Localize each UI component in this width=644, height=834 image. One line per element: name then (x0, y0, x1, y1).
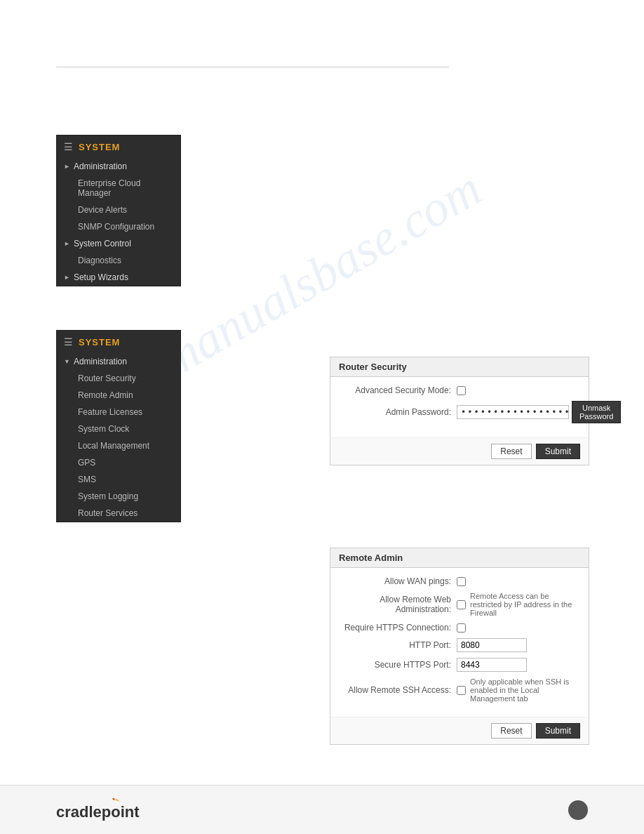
sidebar-item-device-alerts-label: Device Alerts (78, 205, 127, 215)
cradlepoint-logo-svg: cradlepoint (56, 796, 168, 824)
require-https-label: Require HTTPS Connection: (339, 623, 451, 633)
router-security-title: Router Security (330, 357, 589, 377)
password-input-group: •••••••••••••••••••• Unmask Password (457, 401, 621, 423)
allow-ssh-checkbox[interactable] (457, 686, 466, 695)
sidebar-item-system-control-label: System Control (74, 239, 131, 249)
watermark: manualsbase.com (150, 159, 492, 390)
remote-admin-submit-button[interactable]: Submit (536, 723, 580, 739)
footer-circle (568, 800, 588, 820)
sidebar-item-administration-2-label: Administration (74, 357, 127, 366)
remote-admin-panel: Remote Admin Allow WAN pings: Allow Remo… (330, 548, 589, 745)
sidebar-item-router-security-label: Router Security (78, 373, 136, 383)
svg-text:cradlepoint: cradlepoint (56, 803, 140, 821)
sidebar-item-local-management-label: Local Management (78, 441, 149, 451)
sidebar-item-snmp-label: SNMP Configuration (78, 222, 154, 232)
http-port-row: HTTP Port: (339, 638, 580, 652)
allow-wan-pings-row: Allow WAN pings: (339, 576, 580, 586)
admin-password-dots: •••••••••••••••••••• (457, 405, 569, 419)
sidebar-item-system-clock-label: System Clock (78, 424, 129, 434)
sidebar-item-setup-wizards[interactable]: ► Setup Wizards (57, 269, 180, 286)
https-port-row: Secure HTTPS Port: (339, 658, 580, 672)
sidebar-item-diagnostics-label: Diagnostics (78, 256, 121, 265)
router-security-panel: Router Security Advanced Security Mode: … (330, 357, 589, 465)
allow-remote-web-checkbox[interactable] (457, 600, 466, 609)
remote-admin-reset-button[interactable]: Reset (491, 723, 531, 739)
sidebar-item-remote-admin[interactable]: Remote Admin (57, 387, 180, 404)
system-label-2: SYSTEM (79, 337, 120, 348)
https-port-input[interactable] (457, 658, 527, 672)
arrow-right-icon-3: ► (64, 274, 70, 281)
nav-panel-system-2: ☰ SYSTEM ▼ Administration Router Securit… (56, 330, 181, 522)
sidebar-item-local-management[interactable]: Local Management (57, 437, 180, 454)
remote-admin-title: Remote Admin (330, 548, 589, 568)
http-port-label: HTTP Port: (339, 640, 451, 650)
router-security-actions: Reset Submit (330, 437, 589, 465)
sidebar-item-sms-label: SMS (78, 475, 96, 484)
arrow-right-icon-1: ► (64, 163, 70, 170)
nav-panel-header-1: ☰ SYSTEM (57, 135, 180, 158)
admin-password-row: Admin Password: •••••••••••••••••••• Unm… (339, 401, 580, 423)
admin-password-label: Admin Password: (339, 407, 451, 417)
sidebar-item-diagnostics[interactable]: Diagnostics (57, 252, 180, 269)
require-https-checkbox[interactable] (457, 623, 466, 633)
sidebar-item-router-security[interactable]: Router Security (57, 370, 180, 387)
allow-remote-web-note: Remote Access can be restricted by IP ad… (470, 592, 580, 617)
advanced-security-row: Advanced Security Mode: (339, 385, 580, 395)
sidebar-item-administration-1-label: Administration (74, 161, 127, 171)
sidebar-item-administration-2[interactable]: ▼ Administration (57, 353, 180, 370)
sidebar-item-system-control[interactable]: ► System Control (57, 235, 180, 252)
system-icon-2: ☰ (64, 336, 73, 348)
sidebar-item-gps[interactable]: GPS (57, 454, 180, 471)
sidebar-item-router-services[interactable]: Router Services (57, 505, 180, 522)
allow-remote-web-label: Allow Remote Web Administration: (339, 595, 451, 614)
sidebar-item-feature-licenses[interactable]: Feature Licenses (57, 404, 180, 421)
router-security-reset-button[interactable]: Reset (491, 444, 531, 459)
nav-panel-system-1: ☰ SYSTEM ► Administration Enterprise Clo… (56, 135, 181, 286)
require-https-row: Require HTTPS Connection: (339, 623, 580, 633)
arrow-down-icon: ▼ (64, 358, 70, 365)
router-security-submit-button[interactable]: Submit (536, 444, 580, 459)
sidebar-item-system-clock[interactable]: System Clock (57, 421, 180, 437)
arrow-right-icon-2: ► (64, 240, 70, 247)
http-port-input[interactable] (457, 638, 527, 652)
allow-ssh-note: Only applicable when SSH is enabled in t… (470, 677, 580, 703)
sidebar-item-feature-licenses-label: Feature Licenses (78, 407, 142, 417)
allow-ssh-row: Allow Remote SSH Access: Only applicable… (339, 677, 580, 703)
footer-logo: cradlepoint (56, 796, 168, 824)
remote-admin-actions: Reset Submit (330, 717, 589, 744)
sidebar-item-router-services-label: Router Services (78, 508, 137, 518)
system-label-1: SYSTEM (79, 142, 120, 152)
sidebar-item-sms[interactable]: SMS (57, 471, 180, 488)
sidebar-item-gps-label: GPS (78, 458, 95, 468)
sidebar-item-enterprise-cloud-label: Enterprise Cloud Manager (78, 178, 173, 198)
allow-ssh-label: Allow Remote SSH Access: (339, 685, 451, 695)
sidebar-item-system-logging[interactable]: System Logging (57, 488, 180, 505)
https-port-label: Secure HTTPS Port: (339, 660, 451, 670)
allow-wan-pings-checkbox[interactable] (457, 577, 466, 586)
advanced-security-label: Advanced Security Mode: (339, 385, 451, 395)
sidebar-item-administration-1[interactable]: ► Administration (57, 158, 180, 175)
allow-remote-web-row: Allow Remote Web Administration: Remote … (339, 592, 580, 617)
nav-panel-header-2: ☰ SYSTEM (57, 331, 180, 353)
allow-wan-pings-label: Allow WAN pings: (339, 576, 451, 586)
sidebar-item-setup-wizards-label: Setup Wizards (74, 272, 128, 282)
sidebar-item-snmp[interactable]: SNMP Configuration (57, 218, 180, 235)
remote-admin-body: Allow WAN pings: Allow Remote Web Admini… (330, 568, 589, 717)
sidebar-item-system-logging-label: System Logging (78, 491, 138, 501)
router-security-body: Advanced Security Mode: Admin Password: … (330, 377, 589, 437)
footer: cradlepoint (0, 785, 644, 834)
advanced-security-checkbox[interactable] (457, 386, 466, 395)
unmask-password-button[interactable]: Unmask Password (572, 401, 621, 423)
top-divider (56, 67, 449, 67)
system-icon-1: ☰ (64, 141, 73, 152)
sidebar-item-remote-admin-label: Remote Admin (78, 390, 133, 400)
sidebar-item-enterprise-cloud[interactable]: Enterprise Cloud Manager (57, 175, 180, 201)
sidebar-item-device-alerts[interactable]: Device Alerts (57, 201, 180, 218)
